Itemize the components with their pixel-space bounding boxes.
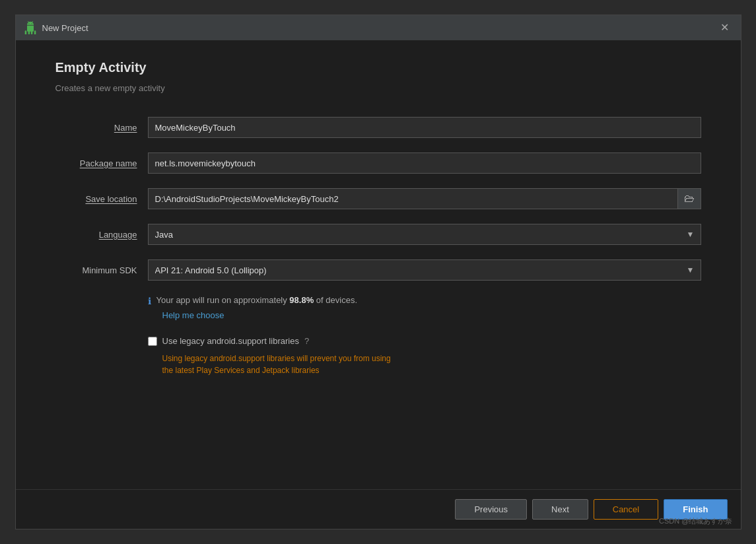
min-sdk-select[interactable]: API 21: Android 5.0 (Lollipop) API 16: A… (148, 259, 701, 281)
dialog-title: New Project (42, 23, 88, 33)
info-section: ℹ Your app will run on approximately 98.… (148, 295, 701, 320)
close-button[interactable]: ✕ (716, 21, 733, 34)
next-button[interactable]: Next (532, 499, 588, 520)
language-select[interactable]: Java Kotlin (148, 224, 701, 245)
language-select-wrapper: Java Kotlin ▼ (148, 224, 701, 245)
name-input[interactable] (148, 117, 701, 138)
watermark: CSDN @结城あすか奈 (659, 516, 732, 526)
android-icon (24, 21, 37, 34)
language-row: Language Java Kotlin ▼ (55, 224, 701, 245)
min-sdk-row: Minimum SDK API 21: Android 5.0 (Lollipo… (55, 259, 701, 281)
title-bar-left: New Project (24, 21, 88, 34)
legacy-checkbox-row: Use legacy android.support libraries ? (148, 336, 701, 346)
previous-button[interactable]: Previous (455, 499, 527, 520)
activity-subtitle: Creates a new empty activity (55, 83, 701, 93)
legacy-checkbox-label: Use legacy android.support libraries (162, 336, 299, 346)
info-row: ℹ Your app will run on approximately 98.… (148, 295, 701, 306)
package-label: Package name (55, 158, 148, 168)
legacy-checkbox[interactable] (148, 337, 157, 346)
min-sdk-label: Minimum SDK (55, 265, 148, 275)
language-label: Language (55, 230, 148, 240)
save-location-input-group: 🗁 (148, 188, 701, 209)
help-me-choose-link[interactable]: Help me choose (162, 310, 224, 320)
legacy-help-icon[interactable]: ? (304, 336, 309, 346)
save-location-label: Save location (55, 194, 148, 204)
save-location-input[interactable] (148, 188, 677, 209)
legacy-warning: Using legacy android.support libraries w… (162, 353, 701, 376)
title-bar: New Project ✕ (16, 15, 741, 40)
package-input[interactable] (148, 153, 701, 174)
package-row: Package name (55, 153, 701, 174)
save-location-row: Save location 🗁 (55, 188, 701, 209)
name-label: Name (55, 123, 148, 133)
min-sdk-select-wrapper: API 21: Android 5.0 (Lollipop) API 16: A… (148, 259, 701, 281)
new-project-dialog: New Project ✕ Empty Activity Creates a n… (15, 15, 741, 529)
info-icon: ℹ (148, 296, 151, 306)
dialog-body: Empty Activity Creates a new empty activ… (16, 40, 741, 489)
name-row: Name (55, 117, 701, 138)
activity-title: Empty Activity (55, 60, 701, 75)
cancel-button[interactable]: Cancel (594, 499, 658, 520)
dialog-footer: Previous Next Cancel Finish (16, 489, 741, 529)
info-text: Your app will run on approximately 98.8%… (156, 295, 358, 305)
folder-button[interactable]: 🗁 (677, 188, 701, 209)
